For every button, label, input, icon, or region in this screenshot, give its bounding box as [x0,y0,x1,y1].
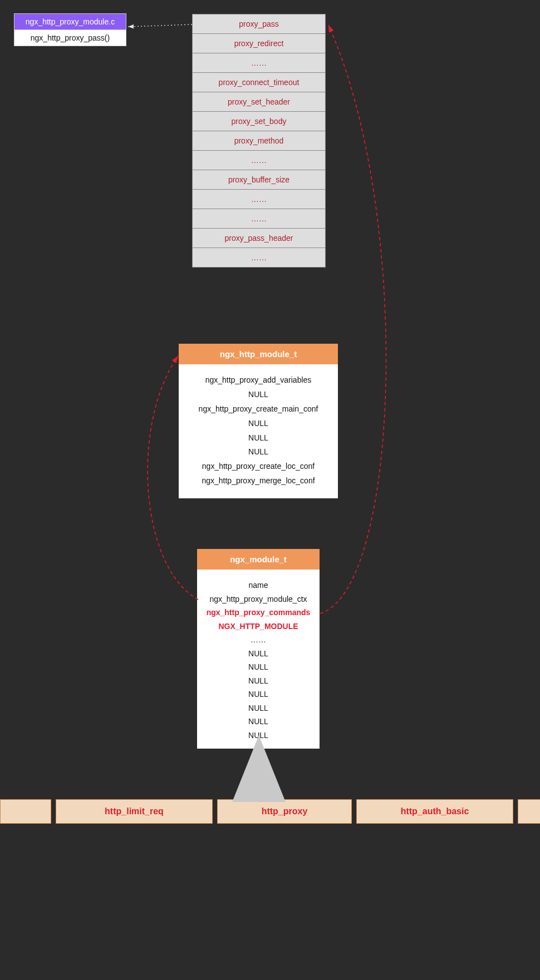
module-t-row: NULL [203,660,314,674]
command-cell: …… [192,53,326,73]
command-cell: proxy_redirect [192,33,326,53]
module-t-body: namengx_http_proxy_module_ctxngx_http_pr… [197,570,320,749]
http-module-row: NULL [184,431,332,446]
module-t-box: ngx_module_t namengx_http_proxy_module_c… [197,549,320,749]
command-cell: proxy_connect_timeout [192,72,326,92]
file-function-row: ngx_http_proxy_pass() [14,29,126,46]
command-cell: proxy_set_header [192,92,326,112]
module-t-row: ngx_http_proxy_module_ctx [203,592,314,606]
http-module-row: NULL [184,445,332,459]
module-t-row: …… [203,633,314,647]
command-cell: proxy_set_body [192,111,326,131]
http-module-t-title: ngx_http_module_t [179,344,338,364]
arrow-commands-to-list [320,25,386,613]
file-name-header: ngx_http_proxy_module.c [14,14,126,29]
command-cell: …… [192,189,326,209]
module-bar-item: http_auth_basic [356,799,513,824]
module-bar-item [0,799,51,824]
module-t-row: NULL [203,687,314,701]
http-module-row: ngx_http_proxy_merge_loc_conf [184,474,332,488]
arrow-proxy-pass-to-file [128,24,192,27]
http-module-row: ngx_http_proxy_create_main_conf [184,402,332,417]
modules-bar: http_limit_reqhttp_proxyhttp_auth_basic [0,799,540,824]
command-cell: proxy_pass_header [192,228,326,248]
module-bar-item: http_proxy [217,799,352,824]
module-t-row: NULL [203,701,314,715]
file-module-box: ngx_http_proxy_module.c ngx_http_proxy_p… [14,13,126,46]
http-module-t-box: ngx_http_module_t ngx_http_proxy_add_var… [179,344,338,498]
http-module-row: NULL [184,388,332,402]
command-cell: …… [192,150,326,170]
module-t-row: name [203,578,314,592]
http-module-row: NULL [184,417,332,431]
http-module-row: ngx_http_proxy_add_variables [184,373,332,388]
command-cell: proxy_pass [192,14,326,34]
http-module-t-body: ngx_http_proxy_add_variablesNULLngx_http… [179,364,338,498]
module-t-row: NGX_HTTP_MODULE [203,620,314,633]
module-t-row: NULL [203,647,314,661]
http-module-row: ngx_http_proxy_create_loc_conf [184,459,332,474]
module-t-title: ngx_module_t [197,549,320,570]
proxy-commands-list: proxy_passproxy_redirect……proxy_connect_… [192,14,326,268]
module-bar-item [518,799,540,824]
command-cell: …… [192,248,326,268]
command-cell: proxy_method [192,131,326,151]
module-t-row: ngx_http_proxy_commands [203,606,314,620]
module-t-row: NULL [203,674,314,688]
command-cell: proxy_buffer_size [192,170,326,190]
command-cell: …… [192,209,326,229]
module-t-row: NULL [203,729,314,743]
module-t-row: NULL [203,715,314,729]
module-bar-item: http_limit_req [56,799,213,824]
